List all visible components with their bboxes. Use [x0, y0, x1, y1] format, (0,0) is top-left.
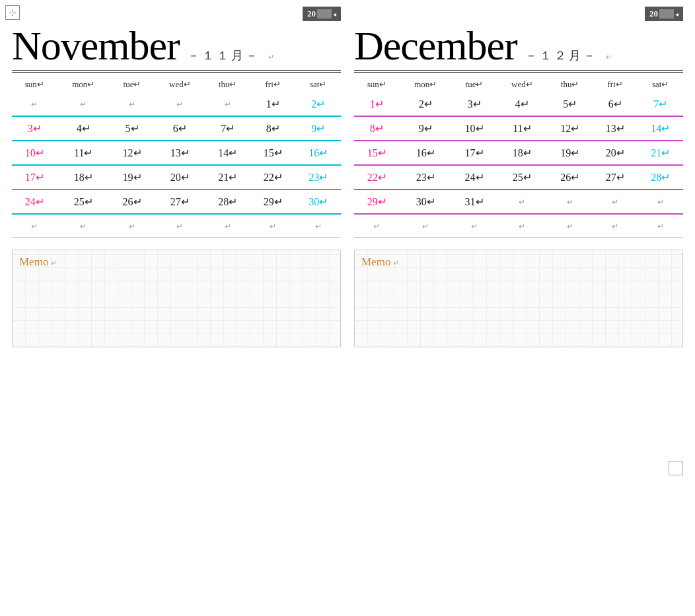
table-row: 24↵25↵26↵27↵28↵29↵30↵	[12, 189, 341, 214]
table-cell: 14↵	[205, 141, 250, 165]
dec-memo-return: ↵	[393, 259, 399, 267]
november-year-arrow[interactable]: ◂	[333, 11, 336, 18]
table-cell: 6↵	[593, 92, 638, 116]
table-cell: 21↵	[638, 141, 683, 165]
day-number: 29↵	[367, 195, 386, 208]
table-cell: 8↵	[250, 116, 296, 141]
november-memo[interactable]: Memo ↵	[12, 250, 341, 347]
day-number: 1↵	[266, 98, 280, 110]
november-return: ↵	[268, 53, 274, 61]
day-number: 12↵	[560, 122, 579, 135]
december-month-name: December	[354, 25, 517, 66]
table-cell: ↵	[205, 92, 250, 116]
day-number: 4↵	[515, 98, 529, 110]
december-year-arrow[interactable]: ◂	[675, 11, 678, 18]
table-cell: 6↵	[155, 116, 205, 141]
november-month-header: November －１１月－ ↵	[12, 25, 341, 66]
november-year-input[interactable]	[317, 9, 332, 18]
day-number: 13↵	[170, 147, 190, 159]
day-number: 12↵	[123, 147, 142, 159]
day-number: 1↵	[370, 98, 384, 110]
day-number: 31↵	[465, 195, 484, 208]
table-cell: ↵	[497, 189, 547, 214]
table-row: 17↵18↵19↵20↵21↵22↵23↵	[12, 165, 341, 189]
day-number: 30↵	[309, 195, 328, 208]
december-year-badge[interactable]: 20 ◂	[645, 7, 683, 21]
table-cell: 11↵	[57, 141, 110, 165]
empty-cell: ↵	[567, 197, 573, 207]
table-cell: 4↵	[497, 92, 547, 116]
table-row: 29↵30↵31↵↵↵↵↵	[354, 189, 683, 214]
november-year-badge[interactable]: 20 ◂	[303, 7, 341, 21]
day-number: 13↵	[606, 122, 625, 135]
dec-th-tue: tue↵	[452, 75, 497, 92]
table-cell: 3↵	[452, 92, 497, 116]
day-number: 17↵	[465, 147, 484, 159]
day-number: 11↵	[513, 122, 531, 135]
table-cell: ↵	[110, 214, 155, 238]
december-header-row: sun↵ mon↵ tue↵ wed↵ thu↵ fri↵ sat↵	[354, 75, 683, 92]
empty-cell: ↵	[176, 222, 183, 231]
december-memo-label: Memo	[361, 256, 390, 268]
nov-th-tue: tue↵	[110, 75, 155, 92]
november-year-num: 20	[307, 9, 316, 19]
table-cell: ↵	[593, 189, 638, 214]
table-cell: 16↵	[295, 141, 341, 165]
day-number: 4↵	[77, 122, 91, 135]
table-row: 3↵4↵5↵6↵7↵8↵9↵	[12, 116, 341, 141]
nov-th-fri: fri↵	[250, 75, 296, 92]
table-cell: ↵	[155, 92, 205, 116]
day-number: 3↵	[468, 98, 482, 110]
table-cell: ↵	[57, 214, 110, 238]
table-cell: ↵	[57, 92, 110, 116]
december-month-jp: －１２月－	[525, 48, 598, 63]
day-number: 19↵	[560, 147, 579, 159]
table-cell: ↵	[354, 214, 400, 238]
day-number: 21↵	[651, 147, 670, 159]
day-number: 29↵	[264, 195, 283, 208]
day-number: 16↵	[309, 147, 328, 159]
table-cell: ↵	[110, 92, 155, 116]
empty-cell: ↵	[80, 100, 87, 109]
nov-th-wed: wed↵	[155, 75, 205, 92]
day-number: 9↵	[311, 122, 325, 135]
november-header-row: sun↵ mon↵ tue↵ wed↵ thu↵ fri↵ sat↵	[12, 75, 341, 92]
day-number: 24↵	[25, 195, 44, 208]
november-memo-label: Memo	[19, 256, 48, 268]
day-number: 23↵	[416, 171, 435, 184]
table-cell: 17↵	[12, 165, 57, 189]
table-cell: 12↵	[547, 116, 593, 141]
empty-cell: ↵	[612, 197, 618, 207]
table-cell: 8↵	[354, 116, 400, 141]
table-cell: 10↵	[452, 116, 497, 141]
table-cell: 12↵	[110, 141, 155, 165]
empty-cell: ↵	[129, 100, 135, 109]
table-cell: 2↵	[400, 92, 452, 116]
day-number: 20↵	[170, 171, 190, 184]
nov-th-mon: mon↵	[57, 75, 110, 92]
table-row: ↵↵↵↵↵↵↵	[354, 214, 683, 238]
table-cell: 16↵	[400, 141, 452, 165]
dec-th-thu: thu↵	[547, 75, 593, 92]
day-number: 7↵	[221, 122, 235, 135]
day-number: 26↵	[123, 195, 142, 208]
empty-cell: ↵	[31, 222, 38, 231]
checkbox[interactable]	[669, 461, 683, 475]
day-number: 8↵	[370, 122, 384, 135]
table-cell: ↵	[452, 214, 497, 238]
table-row: 22↵23↵24↵25↵26↵27↵28↵	[354, 165, 683, 189]
table-cell: 30↵	[295, 189, 341, 214]
table-cell: 19↵	[110, 165, 155, 189]
day-number: 25↵	[74, 195, 93, 208]
nov-th-thu: thu↵	[205, 75, 250, 92]
table-cell: 13↵	[155, 141, 205, 165]
move-handle[interactable]: ⊹	[5, 5, 20, 20]
december-memo[interactable]: Memo ↵	[354, 250, 683, 347]
dec-th-sun: sun↵	[354, 75, 400, 92]
december-year-input[interactable]	[659, 9, 674, 18]
table-cell: 29↵	[250, 189, 296, 214]
day-number: 21↵	[218, 171, 237, 184]
table-cell: 23↵	[295, 165, 341, 189]
table-cell: 25↵	[57, 189, 110, 214]
day-number: 28↵	[218, 195, 237, 208]
